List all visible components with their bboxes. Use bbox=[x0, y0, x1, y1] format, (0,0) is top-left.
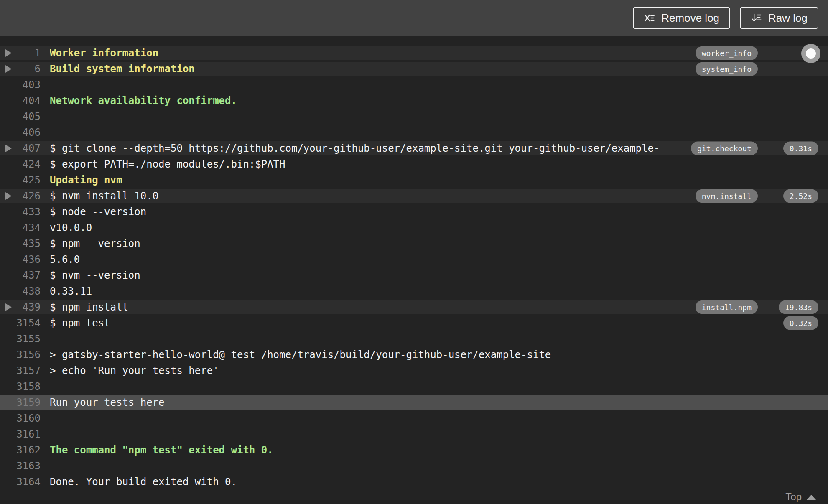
step-badge: nvm.install bbox=[696, 189, 758, 203]
log-line: 3159 Run your tests here bbox=[0, 395, 828, 410]
line-number[interactable]: 436 bbox=[15, 254, 41, 265]
log-line: 3156 > gatsby-starter-hello-world@ test … bbox=[0, 347, 828, 363]
line-number[interactable]: 438 bbox=[15, 285, 41, 297]
up-arrow-icon bbox=[806, 495, 816, 500]
scroll-position-dot-icon[interactable] bbox=[801, 44, 820, 63]
log-text: $ nvm --version bbox=[50, 270, 140, 281]
log-line: 3154 $ npm test 0.32s bbox=[0, 315, 828, 331]
fold-arrow-icon[interactable] bbox=[5, 303, 15, 311]
log-footer: Top bbox=[0, 490, 828, 504]
line-number[interactable]: 3161 bbox=[15, 428, 41, 440]
log-text: $ npm test bbox=[50, 317, 110, 329]
duration-badge: 2.52s bbox=[783, 189, 818, 203]
log-text: Run your tests here bbox=[50, 397, 165, 408]
line-number[interactable]: 406 bbox=[15, 127, 41, 138]
log-line: 3161 bbox=[0, 426, 828, 442]
log-line: 437 $ nvm --version bbox=[0, 267, 828, 283]
raw-log-button[interactable]: Raw log bbox=[740, 7, 818, 29]
log-line: 434 v10.0.0 bbox=[0, 220, 828, 236]
fold-arrow-icon[interactable] bbox=[5, 49, 15, 57]
scroll-to-top-link[interactable]: Top bbox=[785, 491, 816, 503]
log-line: 403 bbox=[0, 77, 828, 93]
log-text: $ nvm install 10.0 bbox=[50, 190, 158, 202]
duration-badge: 19.83s bbox=[779, 300, 818, 314]
log-line: 435 $ npm --version bbox=[0, 236, 828, 252]
line-number[interactable]: 425 bbox=[15, 174, 41, 186]
log-text: Done. Your build exited with 0. bbox=[50, 476, 237, 488]
line-number[interactable]: 3163 bbox=[15, 460, 41, 472]
log-text: $ git clone --depth=50 https://github.co… bbox=[50, 143, 660, 154]
log-line: 405 bbox=[0, 109, 828, 125]
line-number[interactable]: 404 bbox=[15, 95, 41, 107]
line-number[interactable]: 1 bbox=[15, 47, 41, 59]
line-number[interactable]: 405 bbox=[15, 111, 41, 122]
log-line: 436 5.6.0 bbox=[0, 252, 828, 267]
line-number[interactable]: 3158 bbox=[15, 381, 41, 392]
log-line: 407 $ git clone --depth=50 https://githu… bbox=[0, 140, 828, 156]
line-number[interactable]: 435 bbox=[15, 238, 41, 249]
remove-log-label: Remove log bbox=[661, 12, 719, 25]
log-line: 426 $ nvm install 10.0 nvm.install 2.52s bbox=[0, 188, 828, 204]
line-number[interactable]: 3154 bbox=[15, 317, 41, 329]
line-number[interactable]: 3164 bbox=[15, 476, 41, 488]
line-number[interactable]: 3162 bbox=[15, 444, 41, 456]
log-line: 3163 bbox=[0, 458, 828, 474]
log-line: 3160 bbox=[0, 410, 828, 426]
log-text: $ export PATH=./node_modules/.bin:$PATH bbox=[50, 158, 285, 170]
line-number[interactable]: 3155 bbox=[15, 333, 41, 345]
log-line: 3162 The command "npm test" exited with … bbox=[0, 442, 828, 458]
log-line: 3155 bbox=[0, 331, 828, 347]
step-badge: system_info bbox=[696, 62, 758, 76]
log-text: > gatsby-starter-hello-world@ test /home… bbox=[50, 349, 551, 361]
scroll-position-dot-inner bbox=[806, 48, 816, 59]
line-number[interactable]: 6 bbox=[15, 63, 41, 75]
fold-arrow-icon[interactable] bbox=[5, 192, 15, 200]
line-number[interactable]: 426 bbox=[15, 190, 41, 202]
line-number[interactable]: 3156 bbox=[15, 349, 41, 361]
fold-arrow-icon[interactable] bbox=[5, 65, 15, 73]
line-number[interactable]: 434 bbox=[15, 222, 41, 234]
log-line: 406 bbox=[0, 125, 828, 140]
log-line: 433 $ node --version bbox=[0, 204, 828, 220]
log-text: $ node --version bbox=[50, 206, 146, 218]
log-text: $ npm install bbox=[50, 301, 128, 313]
line-number[interactable]: 433 bbox=[15, 206, 41, 218]
step-badge: worker_info bbox=[696, 46, 758, 60]
log-text: 5.6.0 bbox=[50, 254, 80, 265]
log-line: 6 Build system information system_info bbox=[0, 61, 828, 77]
duration-badge: 0.32s bbox=[783, 316, 818, 330]
remove-log-button[interactable]: Remove log bbox=[633, 7, 730, 29]
log-text: Build system information bbox=[50, 63, 195, 75]
build-log: 1 Worker information worker_info 6 Build… bbox=[0, 36, 828, 490]
log-line: 424 $ export PATH=./node_modules/.bin:$P… bbox=[0, 156, 828, 172]
raw-log-label: Raw log bbox=[768, 12, 808, 25]
log-line: 3164 Done. Your build exited with 0. bbox=[0, 474, 828, 490]
line-number[interactable]: 403 bbox=[15, 79, 41, 91]
fold-arrow-icon[interactable] bbox=[5, 145, 15, 152]
top-link-label: Top bbox=[785, 491, 802, 503]
log-text: $ npm --version bbox=[50, 238, 140, 249]
log-toolbar: Remove log Raw log bbox=[0, 0, 828, 36]
log-text: Network availability confirmed. bbox=[50, 95, 237, 107]
line-number[interactable]: 3157 bbox=[15, 365, 41, 377]
log-line: 425 Updating nvm bbox=[0, 172, 828, 188]
line-number[interactable]: 3159 bbox=[15, 397, 41, 408]
log-lines-container: 1 Worker information worker_info 6 Build… bbox=[0, 45, 828, 490]
log-text: > echo 'Run your tests here' bbox=[50, 365, 219, 377]
log-line: 404 Network availability confirmed. bbox=[0, 93, 828, 109]
log-text: Updating nvm bbox=[50, 174, 122, 186]
log-text: The command "npm test" exited with 0. bbox=[50, 444, 273, 456]
log-text: Worker information bbox=[50, 47, 158, 59]
download-arrow-list-icon bbox=[751, 12, 762, 24]
line-number[interactable]: 424 bbox=[15, 158, 41, 170]
clear-log-x-list-icon bbox=[644, 12, 655, 24]
log-line: 439 $ npm install install.npm 19.83s bbox=[0, 299, 828, 315]
log-line: 3158 bbox=[0, 379, 828, 395]
line-number[interactable]: 437 bbox=[15, 270, 41, 281]
log-line: 3157 > echo 'Run your tests here' bbox=[0, 363, 828, 379]
step-badge: git.checkout bbox=[691, 142, 758, 155]
line-number[interactable]: 3160 bbox=[15, 412, 41, 424]
line-number[interactable]: 407 bbox=[15, 143, 41, 154]
log-line: 1 Worker information worker_info bbox=[0, 45, 828, 61]
line-number[interactable]: 439 bbox=[15, 301, 41, 313]
